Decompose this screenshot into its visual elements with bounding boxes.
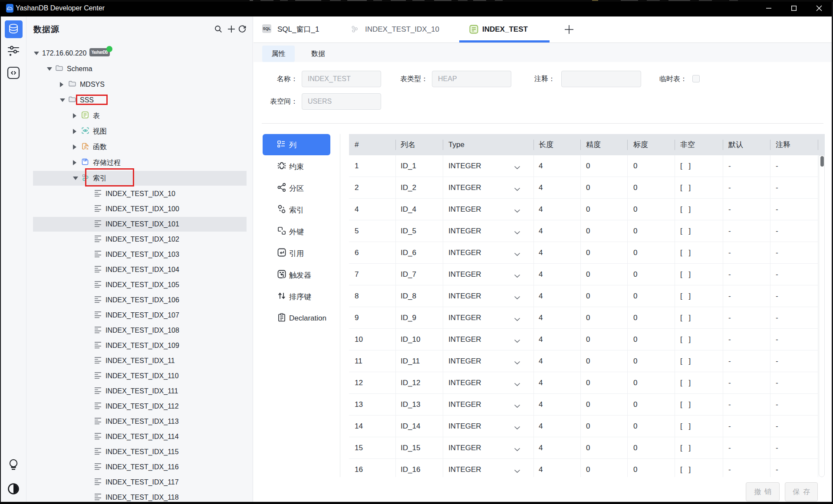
svg-text:x: x — [86, 147, 89, 150]
